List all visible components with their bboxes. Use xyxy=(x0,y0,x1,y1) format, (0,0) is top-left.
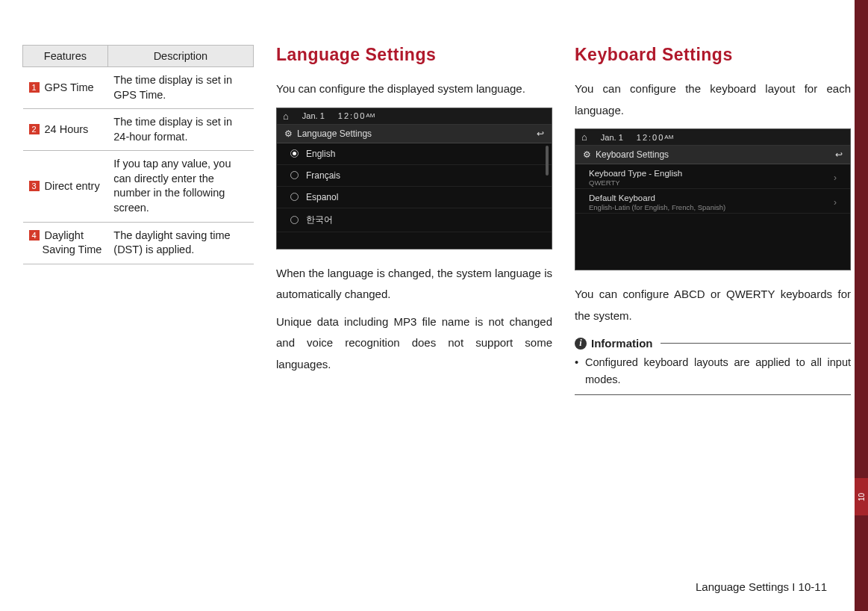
information-item: Configured keyboard layouts are applied … xyxy=(575,354,851,388)
chapter-tab: 10 xyxy=(855,478,868,515)
scrollbar xyxy=(546,146,549,176)
chapter-tab-strip xyxy=(855,0,868,611)
status-bar: ⌂ Jan. 1 12:00AM xyxy=(575,129,850,146)
language-option: Français xyxy=(277,165,552,187)
feature-description: The time display is set in GPS Time. xyxy=(107,67,253,109)
language-settings-intro: You can configure the displayed system l… xyxy=(276,78,552,100)
home-icon: ⌂ xyxy=(283,111,289,122)
feature-number-badge: 4 xyxy=(29,230,40,241)
information-list: Configured keyboard layouts are applied … xyxy=(575,354,851,395)
screen-header: ⚙Language Settings ↩ xyxy=(277,125,552,143)
language-settings-column: Language Settings You can configure the … xyxy=(276,45,552,395)
features-table-column: Features Description 1 GPS Time The time… xyxy=(22,45,254,395)
information-label: Information xyxy=(591,337,653,350)
keyboard-settings-note: You can configure ABCD or QWERTY keyboar… xyxy=(575,284,851,326)
table-header-features: Features xyxy=(23,46,108,67)
table-row: 1 GPS Time The time display is set in GP… xyxy=(23,67,254,109)
status-time: 12:00AM xyxy=(338,111,375,120)
back-icon: ↩ xyxy=(537,128,544,139)
language-option: Espanol xyxy=(277,187,552,208)
status-date: Jan. 1 xyxy=(302,111,325,120)
feature-name: GPS Time xyxy=(45,81,94,93)
page-footer: Language Settings I 10-11 xyxy=(696,580,827,593)
radio-selected-icon xyxy=(290,149,299,158)
home-icon: ⌂ xyxy=(581,131,587,143)
language-option: English xyxy=(277,143,552,165)
table-row: 3 Direct entry If you tap any value, you… xyxy=(23,151,254,222)
information-heading: i Information xyxy=(575,337,851,350)
status-bar: ⌂ Jan. 1 12:00AM xyxy=(277,108,552,125)
language-settings-note2: Unique data including MP3 file name is n… xyxy=(276,311,552,376)
feature-description: If you tap any value, you can directly e… xyxy=(107,151,253,222)
default-keyboard-row: Default Keyboard English-Latin (for Engl… xyxy=(575,189,850,214)
feature-number-badge: 3 xyxy=(29,181,40,191)
chevron-right-icon: › xyxy=(834,197,837,208)
table-header-description: Description xyxy=(107,46,253,67)
language-label: 한국어 xyxy=(306,214,333,226)
feature-name: Daylight xyxy=(45,229,84,241)
language-settings-heading: Language Settings xyxy=(276,45,552,65)
chevron-right-icon: › xyxy=(834,173,837,183)
row-subtitle: English-Latin (for English, French, Span… xyxy=(589,203,725,211)
keyboard-settings-screenshot: ⌂ Jan. 1 12:00AM ⚙Keyboard Settings ↩ Ke… xyxy=(575,128,851,270)
language-settings-note1: When the language is changed, the system… xyxy=(276,263,552,306)
status-date: Jan. 1 xyxy=(601,133,623,142)
language-option: 한국어 xyxy=(277,208,552,232)
table-row: 4 Daylight Saving Time The daylight savi… xyxy=(23,222,254,264)
keyboard-type-row: Keyboard Type - English QWERTY › xyxy=(575,164,850,189)
row-title: Keyboard Type - English xyxy=(589,169,682,178)
keyboard-settings-column: Keyboard Settings You can configure the … xyxy=(575,45,851,395)
language-label: Français xyxy=(306,170,340,181)
info-icon: i xyxy=(575,338,587,350)
language-label: English xyxy=(306,149,335,159)
divider xyxy=(661,343,852,344)
language-settings-screenshot: ⌂ Jan. 1 12:00AM ⚙Language Settings ↩ En… xyxy=(276,108,552,249)
row-subtitle: QWERTY xyxy=(589,179,682,187)
feature-number-badge: 1 xyxy=(29,82,40,93)
radio-icon xyxy=(290,216,299,224)
feature-description: The time display is set in 24-hour forma… xyxy=(107,109,253,151)
language-label: Espanol xyxy=(306,192,338,202)
radio-icon xyxy=(290,171,299,179)
feature-name: 24 Hours xyxy=(45,123,89,135)
screen-title: Language Settings xyxy=(297,128,372,139)
table-row: 2 24 Hours The time display is set in 24… xyxy=(23,109,254,151)
feature-description: The daylight saving time (DST) is applie… xyxy=(107,222,253,264)
gear-icon: ⚙ xyxy=(583,149,591,160)
screen-title: Keyboard Settings xyxy=(596,149,669,160)
features-table: Features Description 1 GPS Time The time… xyxy=(22,45,254,264)
feature-name: Direct entry xyxy=(45,180,100,192)
feature-number-badge: 2 xyxy=(29,124,40,134)
row-title: Default Keyboard xyxy=(589,193,655,202)
feature-name-line2: Saving Time xyxy=(29,243,102,258)
screen-header: ⚙Keyboard Settings ↩ xyxy=(575,146,850,164)
keyboard-settings-intro: You can configure the keyboard layout fo… xyxy=(575,78,851,121)
status-time: 12:00AM xyxy=(637,133,674,142)
back-icon: ↩ xyxy=(835,149,843,160)
keyboard-settings-heading: Keyboard Settings xyxy=(575,45,851,65)
radio-icon xyxy=(290,193,299,201)
gear-icon: ⚙ xyxy=(284,128,293,139)
